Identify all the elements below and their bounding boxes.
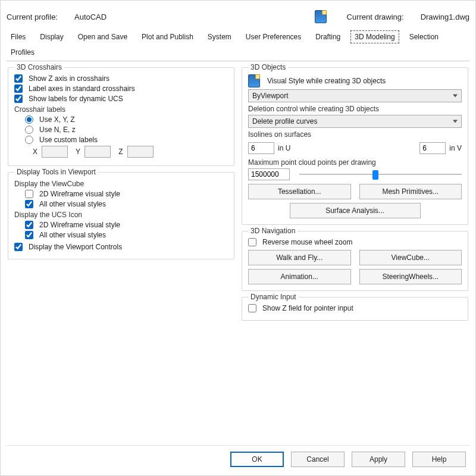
chk-ucs-other-input[interactable] — [25, 231, 33, 239]
dialog-buttons: OK Cancel Apply Help — [7, 445, 469, 469]
group-3d-navigation: 3D Navigation Reverse mouse wheel zoom W… — [242, 231, 468, 291]
header-row: Current profile: AutoCAD Current drawing… — [7, 4, 469, 27]
current-drawing-label: Current drawing: — [347, 12, 404, 21]
tab-user-preferences[interactable]: User Preferences — [242, 30, 305, 43]
input-label-y[interactable] — [84, 146, 111, 158]
chk-label-axes-input[interactable] — [14, 84, 23, 93]
chk-reverse-wheel-input[interactable] — [248, 238, 256, 246]
btn-cancel[interactable]: Cancel — [291, 452, 345, 467]
tab-system[interactable]: System — [203, 30, 236, 43]
visual-style-select[interactable]: ByViewport — [248, 89, 462, 102]
chk-show-z-field[interactable]: Show Z field for pointer input — [248, 304, 462, 312]
group-legend: Display Tools in Viewport — [14, 168, 98, 176]
radio-custom-input[interactable] — [25, 136, 33, 144]
radio-xyz[interactable]: Use X, Y, Z — [25, 115, 228, 124]
btn-steeringwheels[interactable]: SteeringWheels... — [359, 269, 462, 284]
drawing-icon — [315, 10, 327, 23]
tab-open-and-save[interactable]: Open and Save — [74, 30, 131, 43]
group-legend: Dynamic Input — [248, 293, 299, 301]
max-pointcloud-row — [248, 168, 462, 180]
group-3d-crosshairs: 3D Crosshairs Show Z axis in crosshairs … — [8, 67, 234, 166]
input-label-z[interactable] — [127, 146, 154, 158]
chk-viewcube-2d[interactable]: 2D Wireframe visual style — [25, 190, 228, 198]
visual-style-dd[interactable]: ByViewport — [248, 89, 462, 102]
chk-viewcube-other-input[interactable] — [25, 200, 33, 208]
radio-xyz-input[interactable] — [25, 115, 33, 124]
group-legend: 3D Navigation — [248, 227, 298, 235]
input-label-x[interactable] — [42, 146, 68, 158]
group-dynamic-input: Dynamic Input Show Z field for pointer i… — [242, 297, 468, 321]
group-legend: 3D Objects — [248, 63, 288, 71]
chk-viewcube-2d-input[interactable] — [25, 190, 33, 198]
btn-apply[interactable]: Apply — [352, 452, 405, 467]
tab-drafting[interactable]: Drafting — [311, 30, 345, 43]
ucs-icon-header: Display the UCS Icon — [14, 211, 228, 219]
deletion-control-select[interactable]: Delete profile curves — [248, 115, 462, 128]
chk-viewport-controls[interactable]: Display the Viewport Controls — [14, 243, 228, 251]
deletion-control-label: Deletion control while creating 3D objec… — [248, 105, 462, 113]
radio-nez[interactable]: Use N, E, z — [25, 126, 228, 134]
group-legend: 3D Crosshairs — [14, 63, 64, 71]
group-3d-objects: 3D Objects Visual Style while creating 3… — [242, 67, 468, 225]
tab-plot-and-publish[interactable]: Plot and Publish — [137, 30, 198, 43]
chk-viewport-controls-input[interactable] — [14, 243, 23, 251]
max-pointcloud-label: Maximum point cloud points per drawing — [248, 158, 462, 167]
btn-tessellation[interactable]: Tessellation... — [248, 184, 351, 199]
tab-strip: FilesDisplayOpen and SavePlot and Publis… — [7, 27, 469, 61]
tab-profiles[interactable]: Profiles — [7, 46, 39, 58]
chk-label-axes[interactable]: Label axes in standard crosshairs — [14, 84, 228, 93]
isolines-label: Isolines on surfaces — [248, 130, 462, 139]
slider-thumb[interactable] — [372, 170, 378, 180]
btn-animation[interactable]: Animation... — [248, 269, 351, 284]
crosshair-labels-header: Crosshair labels — [14, 105, 228, 114]
chk-viewcube-other[interactable]: All other visual styles — [25, 200, 228, 208]
input-isolines-v[interactable] — [419, 142, 446, 154]
tab-content: 3D Crosshairs Show Z axis in crosshairs … — [7, 61, 469, 445]
group-viewport-tools: Display Tools in Viewport Display the Vi… — [8, 172, 234, 259]
tab-3d-modeling[interactable]: 3D Modeling — [350, 30, 399, 43]
current-profile-label: Current profile: — [7, 12, 58, 21]
chk-reverse-wheel[interactable]: Reverse mouse wheel zoom — [248, 238, 462, 246]
tab-files[interactable]: Files — [7, 30, 30, 43]
drawing-icon — [248, 74, 260, 87]
input-max-pointcloud[interactable] — [248, 168, 290, 180]
chk-dynamic-ucs-labels[interactable]: Show labels for dynamic UCS — [14, 95, 228, 103]
radio-nez-input[interactable] — [25, 126, 33, 134]
chk-dynamic-ucs-labels-input[interactable] — [14, 95, 23, 103]
tab-selection[interactable]: Selection — [405, 30, 443, 43]
input-isolines-u[interactable] — [248, 142, 274, 154]
chk-ucs-other[interactable]: All other visual styles — [25, 231, 228, 239]
custom-labels-row: X Y Z — [31, 146, 228, 158]
current-profile-value: AutoCAD — [74, 12, 107, 21]
visual-style-row: Visual Style while creating 3D objects — [248, 74, 462, 87]
deletion-control-dd[interactable]: Delete profile curves — [248, 115, 462, 128]
radio-custom[interactable]: Use custom labels — [25, 136, 228, 144]
btn-help[interactable]: Help — [412, 452, 466, 467]
chk-show-z-axis-input[interactable] — [14, 74, 23, 83]
btn-surface-analysis[interactable]: Surface Analysis... — [290, 203, 421, 218]
chk-show-z-field-input[interactable] — [248, 304, 256, 312]
viewcube-header: Display the ViewCube — [14, 180, 228, 188]
chk-ucs-2d-input[interactable] — [25, 221, 33, 229]
btn-ok[interactable]: OK — [230, 452, 284, 467]
current-drawing-value: Drawing1.dwg — [421, 12, 469, 21]
btn-viewcube[interactable]: ViewCube... — [359, 250, 462, 265]
isolines-inputs: in U in V — [248, 140, 462, 156]
tab-display[interactable]: Display — [36, 30, 67, 43]
left-column: 3D Crosshairs Show Z axis in crosshairs … — [8, 67, 234, 441]
right-column: 3D Objects Visual Style while creating 3… — [242, 67, 468, 441]
chk-ucs-2d[interactable]: 2D Wireframe visual style — [25, 221, 228, 229]
btn-walk-fly[interactable]: Walk and Fly... — [248, 250, 351, 265]
btn-mesh-primitives[interactable]: Mesh Primitives... — [359, 184, 462, 199]
slider-max-pointcloud[interactable] — [299, 169, 462, 180]
options-dialog: Current profile: AutoCAD Current drawing… — [0, 0, 476, 476]
chk-show-z-axis[interactable]: Show Z axis in crosshairs — [14, 74, 228, 83]
